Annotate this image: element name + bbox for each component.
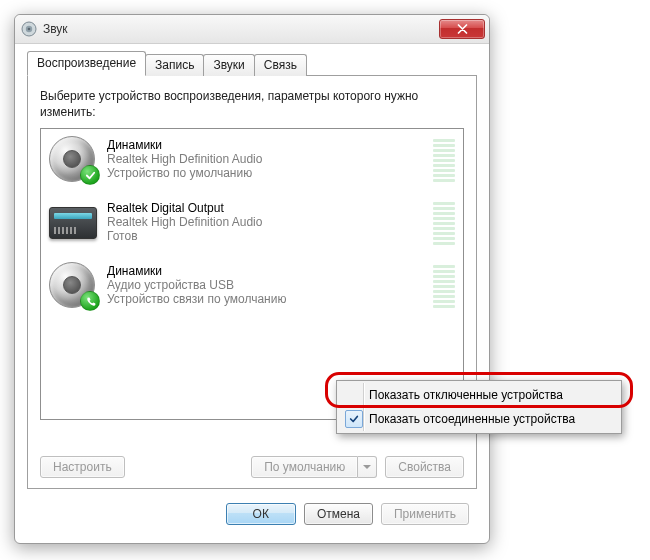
level-meter [433, 262, 455, 311]
tab-communications[interactable]: Связь [254, 54, 307, 76]
cancel-button[interactable]: Отмена [304, 503, 373, 525]
tab-playback[interactable]: Воспроизведение [27, 51, 146, 76]
client-area: Воспроизведение Запись Звуки Связь Выбер… [23, 51, 481, 535]
checked-icon [345, 410, 363, 428]
audio-interface-icon [49, 207, 97, 239]
svg-point-2 [28, 28, 31, 31]
ok-button[interactable]: ОК [226, 503, 296, 525]
device-status: Готов [107, 229, 423, 243]
apply-button[interactable]: Применить [381, 503, 469, 525]
device-driver: Realtek High Definition Audio [107, 152, 423, 166]
window-title: Звук [43, 22, 439, 36]
default-check-icon [80, 165, 100, 185]
panel-button-row: Настроить По умолчанию Свойства [40, 456, 464, 478]
device-list[interactable]: Динамики Realtek High Definition Audio У… [40, 128, 464, 420]
device-text: Динамики Realtek High Definition Audio У… [107, 136, 423, 180]
set-default-button[interactable]: По умолчанию [251, 456, 358, 478]
chevron-down-icon [363, 465, 371, 470]
tab-recording[interactable]: Запись [145, 54, 204, 76]
level-meter [433, 199, 455, 248]
menu-item-label: Показать отсоединенные устройства [369, 412, 575, 426]
device-item[interactable]: Динамики Аудио устройства USB Устройство… [41, 255, 463, 318]
tab-sounds[interactable]: Звуки [203, 54, 254, 76]
device-status: Устройство связи по умолчанию [107, 292, 423, 306]
menu-show-disabled[interactable]: Показать отключенные устройства [339, 383, 619, 407]
close-button[interactable] [439, 19, 485, 39]
default-comm-icon [80, 291, 100, 311]
device-text: Динамики Аудио устройства USB Устройство… [107, 262, 423, 306]
context-menu[interactable]: Показать отключенные устройства Показать… [336, 380, 622, 434]
device-driver: Realtek High Definition Audio [107, 215, 423, 229]
titlebar[interactable]: Звук [15, 15, 489, 44]
set-default-splitbutton[interactable]: По умолчанию [251, 456, 377, 478]
instruction-text: Выберите устройство воспроизведения, пар… [40, 88, 464, 120]
tab-strip: Воспроизведение Запись Звуки Связь [27, 51, 481, 75]
menu-check-column [343, 407, 365, 431]
properties-button[interactable]: Свойства [385, 456, 464, 478]
device-name: Динамики [107, 138, 423, 152]
set-default-dropdown[interactable] [358, 456, 377, 478]
device-driver: Аудио устройства USB [107, 278, 423, 292]
device-icon-wrap [49, 199, 97, 245]
configure-button[interactable]: Настроить [40, 456, 125, 478]
sound-app-icon [21, 21, 37, 37]
level-meter [433, 136, 455, 185]
menu-check-column [343, 383, 365, 407]
device-name: Динамики [107, 264, 423, 278]
close-icon [457, 24, 468, 34]
device-status: Устройство по умолчанию [107, 166, 423, 180]
sound-dialog: Звук Воспроизведение Запись Звуки Связь … [14, 14, 490, 544]
device-text: Realtek Digital Output Realtek High Defi… [107, 199, 423, 243]
menu-item-label: Показать отключенные устройства [369, 388, 563, 402]
device-item[interactable]: Realtek Digital Output Realtek High Defi… [41, 192, 463, 255]
device-item[interactable]: Динамики Realtek High Definition Audio У… [41, 129, 463, 192]
device-name: Realtek Digital Output [107, 201, 423, 215]
menu-show-disconnected[interactable]: Показать отсоединенные устройства [339, 407, 619, 431]
dialog-button-row: ОК Отмена Применить [226, 503, 469, 525]
device-icon-wrap [49, 262, 97, 308]
device-icon-wrap [49, 136, 97, 182]
